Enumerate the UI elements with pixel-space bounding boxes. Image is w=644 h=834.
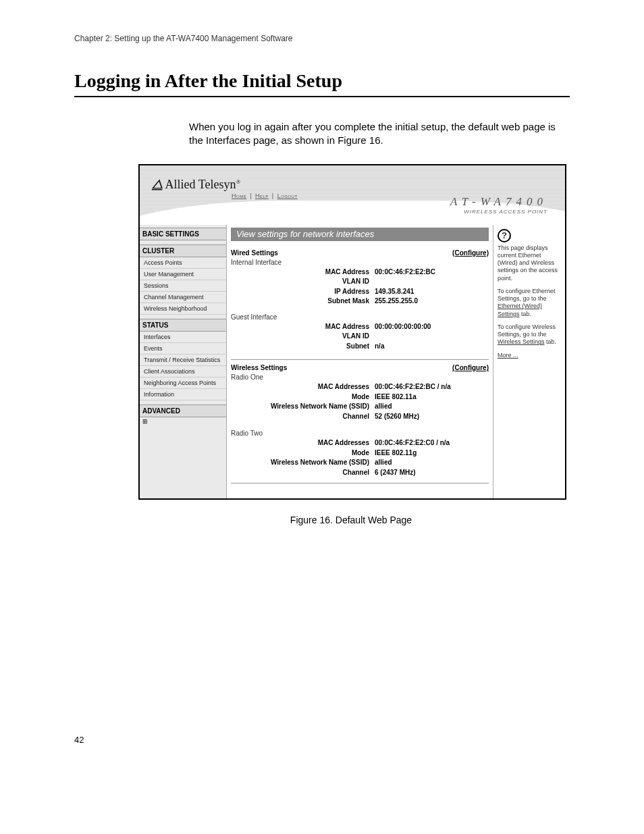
device-subtitle: WIRELESS ACCESS POINT — [464, 209, 547, 215]
label-r1-mode: Mode — [231, 392, 375, 402]
help-sidebar: ? This page displays current Ethernet (W… — [493, 225, 565, 499]
value-r1-mac: 00:0C:46:F2:E2:BC / n/a — [375, 382, 489, 392]
panel-title: View settings for network interfaces — [231, 228, 489, 241]
expand-icon[interactable]: ⊞ — [140, 417, 226, 433]
chapter-header: Chapter 2: Setting up the AT-WA7400 Mana… — [74, 34, 570, 43]
screenshot-figure: ⧋ Allied Telesyn® Home | Help | Logout A… — [138, 164, 566, 500]
app-header: ⧋ Allied Telesyn® Home | Help | Logout A… — [140, 165, 565, 225]
help-link[interactable]: Help — [255, 192, 269, 199]
label-r2-channel: Channel — [231, 468, 375, 478]
label-r2-ssid: Wireless Network Name (SSID) — [231, 458, 375, 468]
section-heading: Logging in After the Initial Setup — [74, 70, 570, 97]
logout-link[interactable]: Logout — [277, 192, 298, 199]
divider — [231, 359, 489, 360]
sidebar-item-sessions[interactable]: Sessions — [140, 280, 226, 292]
label-guest-vlan: VLAN ID — [231, 332, 375, 342]
device-model: AT-WA7400 — [450, 195, 547, 209]
value-r1-ssid: allied — [375, 402, 489, 412]
sidebar-item-wireless-neighborhood[interactable]: Wireless Neighborhood — [140, 303, 226, 315]
header-links: Home | Help | Logout — [230, 192, 299, 199]
sidebar-item-interfaces[interactable]: Interfaces — [140, 332, 226, 343]
label-r1-ssid: Wireless Network Name (SSID) — [231, 402, 375, 412]
help-icon: ? — [498, 229, 511, 242]
internal-interface-heading: Internal Interface — [231, 259, 489, 266]
label-r2-mac: MAC Addresses — [231, 438, 375, 448]
main-content: View settings for network interfaces Wir… — [227, 225, 493, 499]
value-r2-ssid: allied — [375, 458, 489, 468]
sidebar-heading-status[interactable]: STATUS — [140, 319, 226, 332]
value-guest-vlan — [375, 332, 489, 342]
wireless-settings-link[interactable]: Wireless Settings — [498, 338, 545, 345]
radio-two-heading: Radio Two — [231, 429, 489, 437]
home-link[interactable]: Home — [232, 192, 246, 199]
sidebar-item-information[interactable]: Information — [140, 389, 226, 400]
brand-icon: ⧋ — [152, 178, 163, 191]
label-mask: Subnet Mask — [231, 296, 375, 307]
brand-name: Allied Telesyn — [165, 178, 236, 191]
guest-interface-heading: Guest Interface — [231, 313, 489, 321]
figure-caption: Figure 16. Default Web Page — [138, 515, 564, 525]
value-r1-mode: IEEE 802.11a — [375, 392, 489, 402]
brand-logo: ⧋ Allied Telesyn® — [152, 178, 240, 192]
sidebar-heading-advanced[interactable]: ADVANCED — [140, 405, 226, 417]
sidebar-item-client-associations[interactable]: Client Associations — [140, 366, 226, 377]
value-internal-mac: 00:0C:46:F2:E2:BC — [375, 267, 489, 278]
divider-bottom — [231, 483, 489, 484]
label-guest-subnet: Subnet — [231, 342, 375, 352]
wired-configure-link[interactable]: (Configure) — [452, 249, 489, 257]
value-internal-mask: 255.255.255.0 — [375, 296, 489, 307]
sidebar-item-access-points[interactable]: Access Points — [140, 257, 226, 269]
sidebar: BASIC SETTINGS CLUSTER Access Points Use… — [140, 225, 227, 499]
sidebar-heading-cluster[interactable]: CLUSTER — [140, 244, 226, 257]
value-guest-subnet: n/a — [375, 342, 489, 352]
sidebar-heading-basic[interactable]: BASIC SETTINGS — [140, 228, 226, 240]
value-r2-mac: 00:0C:46:F2:E2:C0 / n/a — [375, 438, 489, 448]
sidebar-item-channel-management[interactable]: Channel Management — [140, 292, 226, 303]
page-number: 42 — [74, 735, 570, 745]
label-r2-mode: Mode — [231, 448, 375, 459]
sidebar-item-events[interactable]: Events — [140, 343, 226, 355]
value-r1-channel: 52 (5260 MHz) — [375, 412, 489, 422]
help-text-1: This page displays current Ethernet (Wir… — [498, 244, 561, 282]
sidebar-item-neighboring-aps[interactable]: Neighboring Access Points — [140, 377, 226, 389]
value-guest-mac: 00:00:00:00:00:00 — [375, 322, 489, 332]
label-ip: IP Address — [231, 287, 375, 297]
value-internal-vlan — [375, 277, 489, 287]
radio-one-heading: Radio One — [231, 373, 489, 381]
wireless-configure-link[interactable]: (Configure) — [452, 364, 489, 371]
label-r1-channel: Channel — [231, 412, 375, 422]
value-r2-mode: IEEE 802.11g — [375, 448, 489, 459]
label-r1-mac: MAC Addresses — [231, 382, 375, 392]
intro-paragraph: When you log in again after you complete… — [189, 120, 570, 148]
label-vlan: VLAN ID — [231, 277, 375, 287]
sidebar-item-tx-rx-stats[interactable]: Transmit / Receive Statistics — [140, 355, 226, 366]
help-text-3: To configure Wireless Settings, go to th… — [498, 323, 561, 346]
more-link[interactable]: More ... — [498, 352, 518, 359]
value-internal-ip: 149.35.8.241 — [375, 287, 489, 297]
help-text-2: To configure Ethernet Settings, go to th… — [498, 288, 561, 318]
label-mac: MAC Address — [231, 267, 375, 278]
sidebar-item-user-management[interactable]: User Management — [140, 269, 226, 280]
wireless-settings-heading: Wireless Settings — [231, 364, 287, 371]
wired-settings-heading: Wired Settings — [231, 249, 278, 257]
value-r2-channel: 6 (2437 MHz) — [375, 468, 489, 478]
label-guest-mac: MAC Address — [231, 322, 375, 332]
